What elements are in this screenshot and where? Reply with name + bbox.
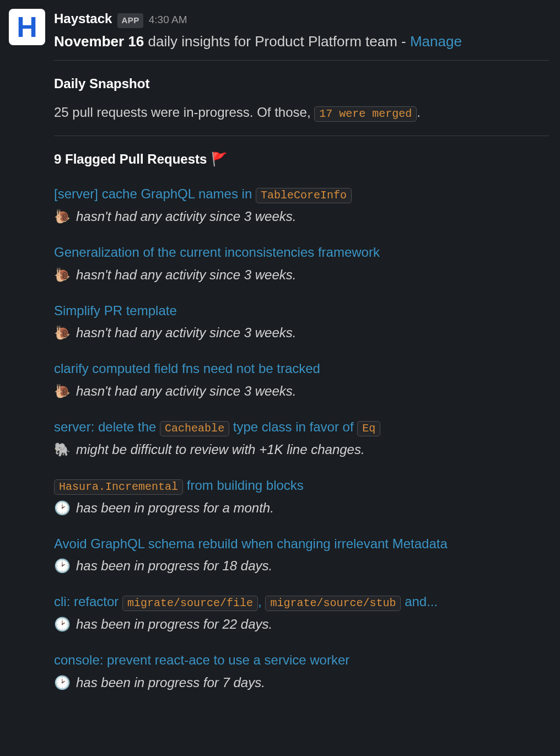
pr-item: server: delete the Cacheable type class … xyxy=(54,418,549,460)
pr-item: Hasura.Incremental from building blocks🕑… xyxy=(54,476,549,518)
message-header: Haystack APP 4:30 AM xyxy=(54,9,549,29)
pr-title-text: console: prevent react-ace to use a serv… xyxy=(54,652,349,667)
status-text: hasn't had any activity since 3 weeks. xyxy=(76,323,296,343)
pr-status: 🕑has been in progress for 7 days. xyxy=(54,673,549,693)
pr-title-link[interactable]: Hasura.Incremental from building blocks xyxy=(54,476,549,495)
pr-status: 🐌hasn't had any activity since 3 weeks. xyxy=(54,207,549,226)
pr-title-text: and... xyxy=(401,594,438,609)
pr-title-link[interactable]: Simplify PR template xyxy=(54,301,549,320)
status-emoji-icon: 🕑 xyxy=(54,498,71,518)
snapshot-text: 25 pull requests were in-progress. Of th… xyxy=(54,102,549,122)
status-text: hasn't had any activity since 3 weeks. xyxy=(76,207,296,226)
flagged-title-text: 9 Flagged Pull Requests xyxy=(54,149,207,169)
status-emoji-icon: 🕑 xyxy=(54,556,71,576)
pr-item: console: prevent react-ace to use a serv… xyxy=(54,651,549,693)
snapshot-suffix: . xyxy=(417,105,421,120)
pr-status: 🐘might be difficult to review with +1K l… xyxy=(54,440,549,460)
pr-status: 🕑has been in progress for 22 days. xyxy=(54,614,549,634)
pr-title-text: clarify computed field fns need not be t… xyxy=(54,361,320,376)
pr-title-link[interactable]: Generalization of the current inconsiste… xyxy=(54,243,549,262)
timestamp[interactable]: 4:30 AM xyxy=(149,12,187,28)
pr-item: cli: refactor migrate/source/file, migra… xyxy=(54,592,549,634)
message-content: Haystack APP 4:30 AM November 16 daily i… xyxy=(54,9,549,693)
pr-title-text: Avoid GraphQL schema rebuild when changi… xyxy=(54,536,448,551)
flag-icon: 🚩 xyxy=(211,149,228,169)
pr-item: clarify computed field fns need not be t… xyxy=(54,359,549,401)
pr-status: 🐌hasn't had any activity since 3 weeks. xyxy=(54,381,549,401)
status-emoji-icon: 🐘 xyxy=(54,440,71,460)
pr-item: [server] cache GraphQL names in TableCor… xyxy=(54,185,549,226)
slack-message: H Haystack APP 4:30 AM November 16 daily… xyxy=(9,9,549,693)
status-emoji-icon: 🕑 xyxy=(54,673,71,693)
pr-title-link[interactable]: Avoid GraphQL schema rebuild when changi… xyxy=(54,534,549,553)
status-emoji-icon: 🐌 xyxy=(54,265,71,285)
pr-item: Avoid GraphQL schema rebuild when changi… xyxy=(54,534,549,576)
code-chip: Hasura.Incremental xyxy=(54,479,183,495)
pr-status: 🐌hasn't had any activity since 3 weeks. xyxy=(54,265,549,285)
divider xyxy=(54,136,549,136)
pr-title-text: Generalization of the current inconsiste… xyxy=(54,245,380,260)
status-emoji-icon: 🐌 xyxy=(54,207,71,226)
avatar[interactable]: H xyxy=(9,9,45,45)
pr-title-text: , xyxy=(258,594,265,609)
status-text: hasn't had any activity since 3 weeks. xyxy=(76,381,296,401)
snapshot-prefix: 25 pull requests were in-progress. Of th… xyxy=(54,105,314,120)
status-text: hasn't had any activity since 3 weeks. xyxy=(76,265,296,285)
code-chip: Cacheable xyxy=(160,421,229,436)
flagged-title: 9 Flagged Pull Requests 🚩 xyxy=(54,149,549,169)
code-chip: migrate/source/stub xyxy=(265,596,401,611)
code-chip: Eq xyxy=(357,421,380,436)
status-text: has been in progress for 18 days. xyxy=(76,556,272,576)
pr-status: 🕑has been in progress for a month. xyxy=(54,498,549,518)
headline: November 16 daily insights for Product P… xyxy=(54,31,549,52)
status-text: has been in progress for 7 days. xyxy=(76,673,265,693)
status-text: has been in progress for a month. xyxy=(76,498,274,518)
pr-title-link[interactable]: console: prevent react-ace to use a serv… xyxy=(54,651,549,669)
author-name[interactable]: Haystack xyxy=(54,9,112,29)
pr-title-text: cli: refactor xyxy=(54,594,122,609)
pr-list: [server] cache GraphQL names in TableCor… xyxy=(54,185,549,693)
pr-title-link[interactable]: clarify computed field fns need not be t… xyxy=(54,359,549,378)
pr-title-link[interactable]: [server] cache GraphQL names in TableCor… xyxy=(54,185,549,203)
snapshot-title: Daily Snapshot xyxy=(54,74,549,94)
code-chip: migrate/source/file xyxy=(122,596,258,611)
pr-status: 🐌hasn't had any activity since 3 weeks. xyxy=(54,323,549,343)
pr-title-text: type class in favor of xyxy=(229,419,357,434)
status-emoji-icon: 🐌 xyxy=(54,323,71,343)
status-emoji-icon: 🕑 xyxy=(54,614,71,634)
pr-title-text: from building blocks xyxy=(183,478,304,493)
pr-title-link[interactable]: server: delete the Cacheable type class … xyxy=(54,418,549,436)
headline-date: November 16 xyxy=(54,33,144,50)
status-emoji-icon: 🐌 xyxy=(54,381,71,401)
pr-item: Simplify PR template🐌hasn't had any acti… xyxy=(54,301,549,343)
pr-item: Generalization of the current inconsiste… xyxy=(54,243,549,285)
code-chip: TableCoreInfo xyxy=(256,188,352,203)
pr-title-text: Simplify PR template xyxy=(54,303,177,318)
pr-status: 🕑has been in progress for 18 days. xyxy=(54,556,549,576)
divider xyxy=(54,60,549,61)
status-text: has been in progress for 22 days. xyxy=(76,614,272,634)
status-text: might be difficult to review with +1K li… xyxy=(76,440,365,460)
pr-title-text: server: delete the xyxy=(54,419,160,434)
manage-link[interactable]: Manage xyxy=(410,33,462,50)
headline-rest: daily insights for Product Platform team… xyxy=(144,33,410,50)
app-badge: APP xyxy=(117,13,143,28)
pr-title-link[interactable]: cli: refactor migrate/source/file, migra… xyxy=(54,592,549,611)
pr-title-text: [server] cache GraphQL names in xyxy=(54,186,256,201)
merged-chip[interactable]: 17 were merged xyxy=(314,106,417,122)
